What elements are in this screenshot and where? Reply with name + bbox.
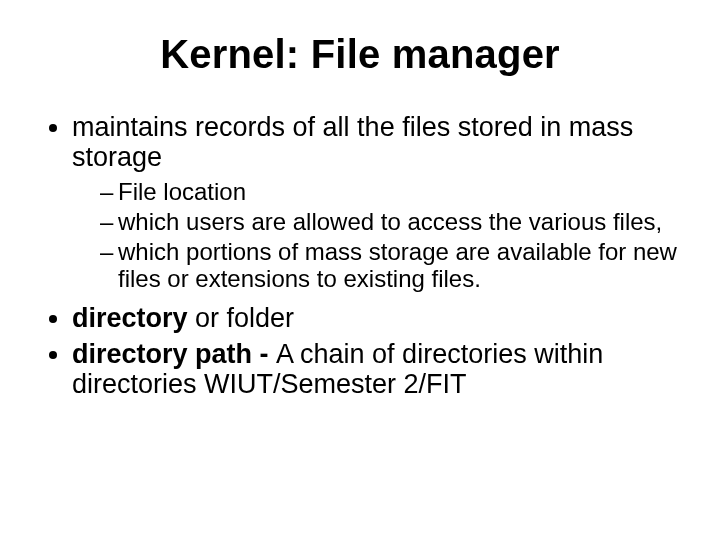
sub-bullet-2: which users are allowed to access the va… xyxy=(100,208,680,236)
bullet-2-bold: directory xyxy=(72,303,188,333)
bullet-item-2: directory or folder xyxy=(72,303,680,333)
bullet-list: maintains records of all the files store… xyxy=(40,112,680,400)
bullet-3-bold: directory path - xyxy=(72,339,276,369)
bullet-item-3: directory path - A chain of directories … xyxy=(72,339,680,399)
bullet-2-rest: or folder xyxy=(188,303,295,333)
bullet-1-text: maintains records of all the files store… xyxy=(72,112,633,172)
sub-bullet-3: which portions of mass storage are avail… xyxy=(100,238,680,293)
slide: Kernel: File manager maintains records o… xyxy=(0,0,720,540)
sub-bullet-list: File location which users are allowed to… xyxy=(72,178,680,292)
sub-bullet-1: File location xyxy=(100,178,680,206)
bullet-item-1: maintains records of all the files store… xyxy=(72,112,680,293)
slide-title: Kernel: File manager xyxy=(40,32,680,76)
